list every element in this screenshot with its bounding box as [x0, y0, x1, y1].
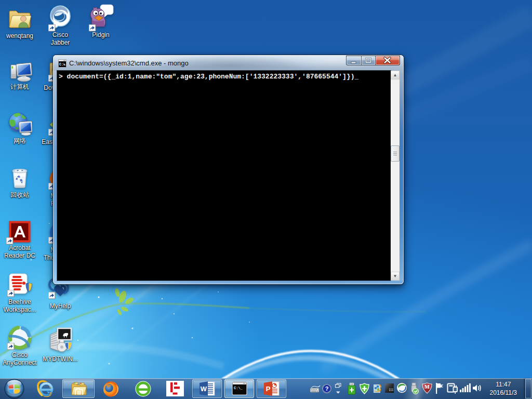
svg-text:P: P	[266, 385, 271, 393]
svg-text:?: ?	[325, 385, 329, 392]
svg-text:W: W	[201, 385, 207, 393]
svg-text:C:\_: C:\_	[234, 386, 243, 390]
